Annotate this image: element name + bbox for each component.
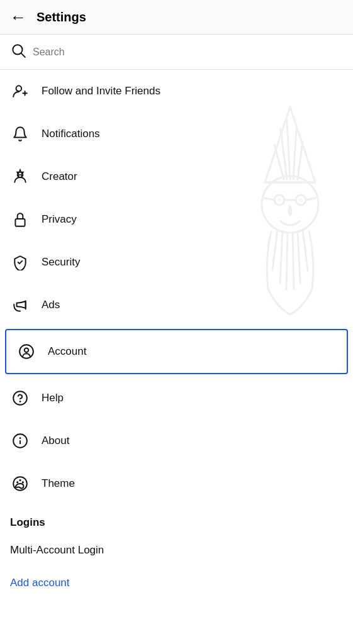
menu-item-theme[interactable]: Theme: [0, 462, 353, 505]
svg-point-40: [22, 481, 24, 483]
page-title: Settings: [36, 10, 86, 25]
star-person-icon: [10, 167, 30, 187]
menu-item-creator[interactable]: Creator: [0, 155, 353, 198]
svg-point-23: [16, 86, 22, 91]
search-svg: [10, 42, 26, 58]
menu-label-account: Account: [48, 345, 86, 358]
menu-item-help[interactable]: Help: [0, 377, 353, 419]
multi-account-login-item[interactable]: Multi-Account Login: [0, 534, 353, 567]
svg-rect-28: [15, 219, 25, 226]
menu-label-notifications: Notifications: [42, 128, 100, 140]
add-account-button[interactable]: Add account: [0, 567, 353, 599]
menu-item-follow-friends[interactable]: Follow and Invite Friends: [0, 70, 353, 113]
menu-list: Follow and Invite Friends Notifications …: [0, 70, 353, 505]
bell-icon: [10, 124, 30, 144]
svg-point-38: [16, 481, 18, 483]
back-button[interactable]: ←: [10, 9, 26, 25]
logins-section-header: Logins: [0, 505, 353, 534]
menu-label-ads: Ads: [42, 299, 60, 311]
menu-item-security[interactable]: Security: [0, 241, 353, 284]
megaphone-icon: [10, 295, 30, 315]
shield-check-icon: [10, 252, 30, 272]
menu-label-privacy: Privacy: [42, 213, 77, 226]
menu-item-privacy[interactable]: Privacy: [0, 198, 353, 241]
menu-label-creator: Creator: [42, 170, 77, 183]
menu-label-follow-friends: Follow and Invite Friends: [42, 85, 160, 97]
svg-point-32: [13, 391, 27, 405]
menu-label-help: Help: [42, 392, 64, 404]
menu-label-about: About: [42, 435, 69, 447]
menu-label-security: Security: [42, 256, 80, 269]
header: ← Settings: [0, 0, 353, 35]
menu-item-notifications[interactable]: Notifications: [0, 113, 353, 155]
search-input[interactable]: [33, 47, 343, 58]
question-circle-icon: [10, 388, 30, 408]
menu-item-ads[interactable]: Ads: [0, 284, 353, 326]
svg-line-1: [21, 53, 25, 57]
palette-icon: [10, 474, 30, 494]
menu-label-theme: Theme: [42, 477, 75, 490]
svg-point-31: [25, 348, 29, 353]
search-bar: [0, 35, 353, 70]
svg-point-30: [20, 345, 33, 358]
menu-item-account[interactable]: Account: [5, 329, 348, 374]
info-circle-icon: [10, 431, 30, 451]
menu-item-about[interactable]: About: [0, 419, 353, 462]
svg-point-39: [19, 479, 21, 481]
person-circle-icon: [16, 341, 36, 362]
search-icon: [10, 42, 26, 62]
lock-icon: [10, 209, 30, 230]
add-person-icon: [10, 81, 30, 101]
